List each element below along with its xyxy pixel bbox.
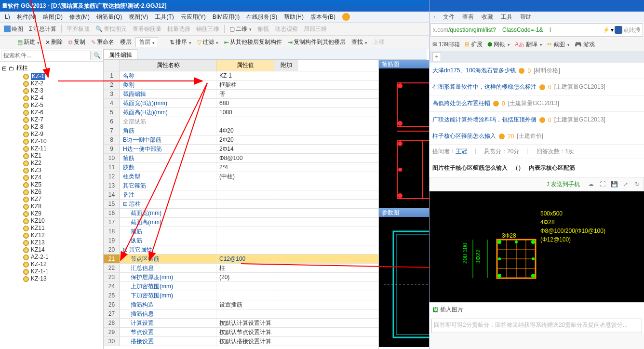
paw-icon[interactable]: [615, 26, 622, 34]
moveup-button[interactable]: 上移: [371, 37, 387, 47]
tree-item[interactable]: KZ1: [2, 152, 101, 160]
tree-item[interactable]: KZ-3: [2, 87, 101, 94]
copy-from-button[interactable]: ⇤从其他楼层复制构件: [222, 37, 284, 47]
tree-item[interactable]: KZ10: [2, 217, 101, 225]
tree-item[interactable]: KZ-9: [2, 131, 101, 138]
menu-item[interactable]: BIM应用(I): [210, 12, 243, 22]
tree-item[interactable]: KZ6: [2, 188, 101, 196]
mail-button[interactable]: ✉139邮箱: [432, 40, 460, 49]
tree-item[interactable]: KZ8: [2, 203, 101, 210]
tree-item[interactable]: KZ3: [2, 167, 101, 174]
view-steel-button[interactable]: 查看钢筋量: [131, 24, 163, 34]
tree-item[interactable]: KZ-8: [2, 123, 101, 131]
tree-item[interactable]: AZ-2-1: [2, 254, 101, 261]
menu-item[interactable]: 工具(T): [152, 12, 176, 22]
tree-item[interactable]: KZ11: [2, 225, 101, 232]
sigma-icon: Σ: [29, 26, 32, 32]
new-tab-button[interactable]: +: [432, 53, 441, 61]
browser-menu[interactable]: 收藏: [482, 13, 493, 21]
tree-item[interactable]: KZ2: [2, 160, 101, 167]
browser-menu[interactable]: 查看: [462, 13, 474, 21]
asker-link[interactable]: 王冠: [456, 148, 467, 155]
menu-item[interactable]: 版本号(B): [308, 12, 338, 22]
cloud-icon[interactable]: ☁: [587, 180, 595, 188]
menu-item[interactable]: 钢筋量(Q): [94, 12, 125, 22]
insert-image-button[interactable]: 🖼插入图片: [429, 302, 644, 317]
menu-item[interactable]: 在线服务(S): [243, 12, 280, 22]
question-row[interactable]: 柱子核心区箍筋怎么输入 20 [土建造价]: [429, 128, 644, 145]
rotate-icon[interactable]: ↻: [633, 180, 642, 188]
tree-item[interactable]: KZ-13: [2, 275, 101, 282]
save-icon[interactable]: 💾: [610, 180, 618, 188]
tree-item[interactable]: KZ9: [2, 210, 101, 217]
tree-item[interactable]: KZ-2: [2, 80, 101, 87]
answer-textarea[interactable]: 回答即可得2分贡献分，回答被采纳获得系统赠送20贡献分及提问者悬赏分...: [431, 319, 642, 333]
draw-button[interactable]: 绘图: [2, 24, 25, 34]
tree-item[interactable]: KZ-12: [2, 261, 101, 268]
bank-button[interactable]: ⬢网银: [487, 40, 510, 49]
find2-button[interactable]: 查找: [349, 37, 369, 47]
question-row[interactable]: 高低跨处怎么布置柱帽 0 [土建算量GCL2013]: [429, 95, 644, 112]
tree-item[interactable]: KZ-10: [2, 138, 101, 145]
menu-item[interactable]: 修改(M): [67, 12, 93, 22]
browser-menu[interactable]: 帮助: [520, 13, 532, 21]
topview-button[interactable]: 俯视: [255, 24, 271, 34]
floor-select[interactable]: 首层: [135, 37, 158, 47]
tree-item[interactable]: KZ-1-1: [2, 268, 101, 275]
screenshot-button[interactable]: ✂截图: [547, 40, 570, 49]
menu-item[interactable]: L): [2, 13, 13, 21]
2d-select[interactable]: ▢二维: [228, 24, 254, 34]
menu-item[interactable]: 构件(N): [14, 12, 40, 22]
steel-3d-button[interactable]: 钢筋三维: [194, 24, 221, 34]
flat-button[interactable]: 平齐板顶: [65, 24, 92, 34]
tree-item[interactable]: KZ14: [2, 246, 101, 254]
find-button[interactable]: 🔍查找图元: [94, 24, 129, 34]
browser-menu[interactable]: 文件: [443, 13, 455, 21]
sum-button[interactable]: Σ汇总计算: [27, 24, 58, 34]
tree-item[interactable]: KZ13: [2, 239, 101, 246]
tree-item[interactable]: KZ5: [2, 181, 101, 188]
menu-item[interactable]: 帮助(H): [281, 12, 307, 22]
menu-item[interactable]: 云应用(Y): [178, 12, 209, 22]
local3d-button[interactable]: 局部三维: [302, 24, 329, 34]
new-button[interactable]: ▤新建: [15, 37, 41, 47]
rename-button[interactable]: ✎重命名: [89, 37, 116, 47]
orbit-button[interactable]: 动态观察: [273, 24, 300, 34]
tree-item[interactable]: KZ12: [2, 232, 101, 239]
search-button[interactable]: 🔍: [92, 51, 102, 60]
ext-button[interactable]: ⊞扩展: [465, 40, 483, 49]
col-value-header: 属性值: [216, 60, 274, 71]
tree-root[interactable]: ⊟🗀框柱: [2, 64, 101, 73]
translate-button[interactable]: Aあ翻译: [515, 40, 542, 49]
search-input[interactable]: [1, 51, 91, 60]
component-tree[interactable]: ⊟🗀框柱 KZ-1KZ-2KZ-3KZ-4KZ-5KZ-6KZ-7KZ-8KZ-…: [0, 62, 103, 349]
menu-item[interactable]: 绘图(D): [40, 12, 66, 22]
copy-from-icon: ⇤: [224, 39, 229, 46]
delete-button[interactable]: ✕删除: [43, 37, 65, 47]
share-icon[interactable]: ↗: [621, 180, 630, 188]
filter-button[interactable]: ▽过滤: [195, 37, 220, 47]
sort-button[interactable]: ⇅排序: [168, 37, 193, 47]
tree-item[interactable]: KZ-11: [2, 145, 101, 152]
copy-button[interactable]: ⧉复制: [67, 37, 87, 47]
game-button[interactable]: 🎮游戏: [575, 40, 595, 49]
menu-item[interactable]: 视图(V): [126, 12, 151, 22]
tree-item[interactable]: KZ7: [2, 196, 101, 203]
question-row[interactable]: 大泽dn175、100海泡石管多少钱 0 [材料价格]: [429, 63, 644, 79]
address-bar[interactable]: x.com/question/giml/list?__ClassCode=-1&…: [430, 23, 643, 37]
chevron-down-icon[interactable]: ▾: [611, 27, 614, 33]
tree-item[interactable]: KZ-1: [2, 73, 101, 80]
copy-to-button[interactable]: ⇥复制构件到其他楼层: [286, 37, 348, 47]
browser-menu[interactable]: 工具: [501, 13, 512, 21]
send-phone-button[interactable]: ⤴发送到手机: [543, 178, 584, 190]
tree-item[interactable]: KZ-4: [2, 94, 101, 102]
tree-item[interactable]: KZ-6: [2, 109, 101, 116]
tree-item[interactable]: KZ4: [2, 174, 101, 181]
tree-item[interactable]: KZ-7: [2, 116, 101, 123]
fullscreen-icon[interactable]: ⛶: [598, 180, 607, 188]
question-row[interactable]: 在图形算量软件中，这样的楼梯怎么标注 0 [土建算量GCL2013]: [429, 79, 644, 95]
batch-select-button[interactable]: 批量选择: [165, 24, 192, 34]
question-row[interactable]: 广联达能计算外墙涂料吗，包括压顶外侧 0 [土建算量GCL2013]: [429, 112, 644, 128]
prop-tab[interactable]: 属性编辑: [104, 49, 137, 59]
tree-item[interactable]: KZ-5: [2, 102, 101, 109]
